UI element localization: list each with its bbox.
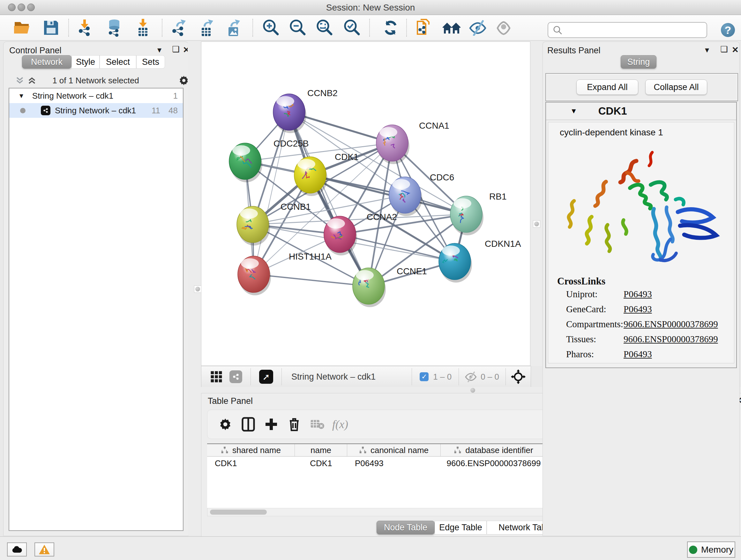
import-network-database-button[interactable] — [104, 18, 125, 37]
zoom-fit-button[interactable] — [314, 18, 334, 37]
network-node-label: CCNB1 — [280, 202, 311, 212]
zoom-in-button[interactable] — [260, 18, 281, 37]
crosslinks-title: CrossLinks — [557, 275, 734, 287]
results-panel-close-icon[interactable]: ✕ — [732, 45, 739, 55]
help-button[interactable]: ? — [721, 23, 735, 37]
network-node-CCNA1[interactable]: CCNA1 — [376, 121, 449, 164]
column-header-canonical-name[interactable]: canonical name — [347, 444, 441, 456]
cloud-button[interactable] — [7, 543, 27, 557]
show-columns-button[interactable] — [237, 413, 260, 435]
open-session-button[interactable] — [12, 18, 32, 37]
export-network-button[interactable] — [169, 18, 189, 37]
column-header-label: canonical name — [370, 445, 428, 455]
export-table-button[interactable] — [197, 18, 217, 37]
column-header-shared-name[interactable]: shared name — [207, 444, 295, 456]
show-hidden-button[interactable] — [493, 18, 514, 37]
clear-table-button[interactable] — [306, 413, 329, 435]
crosslink-label: Pharos: — [566, 349, 623, 360]
sitemap-icon — [454, 447, 461, 454]
crosslink-value[interactable]: 9606.ENSP00000378699 — [623, 334, 734, 345]
search-box[interactable] — [548, 22, 707, 38]
string-results-actions: Expand All Collapse All — [545, 73, 738, 101]
birds-eye-icon[interactable] — [511, 369, 526, 384]
tab-network[interactable]: Network — [22, 55, 71, 69]
home-button[interactable] — [441, 18, 462, 37]
network-edge-HIST1H1A-CCNE1[interactable] — [254, 274, 368, 286]
left-splitter-handle[interactable] — [194, 286, 201, 293]
network-canvas[interactable]: CCNB2CCNA1CDC25BCDK1CDC6RB1CCNB1CCNA2CDK… — [201, 42, 530, 366]
horizontal-splitter-handle[interactable] — [470, 388, 475, 393]
add-column-button[interactable] — [260, 413, 283, 435]
hide-selected-button[interactable] — [468, 18, 488, 37]
crosslink-value[interactable]: P06493 — [623, 289, 734, 300]
zoom-selected-button[interactable] — [341, 18, 362, 37]
tree-expand-icon[interactable]: ▼ — [18, 92, 24, 100]
delete-column-button[interactable] — [283, 413, 306, 435]
search-input[interactable] — [565, 25, 706, 36]
network-node-label: CCNA2 — [367, 212, 397, 222]
table-cell[interactable]: CDK1 — [295, 456, 347, 470]
protein-card-header[interactable]: ▼ CDK1 — [546, 103, 736, 120]
results-panel-float-icon[interactable]: ❏ — [720, 44, 728, 54]
column-header-name[interactable]: name — [295, 444, 347, 456]
network-collection-row[interactable]: ▼ String Network – cdk1 1 — [9, 88, 183, 103]
left-splitter[interactable] — [188, 42, 201, 536]
warning-button[interactable] — [35, 543, 54, 557]
crosslink-value[interactable]: P06493 — [623, 304, 734, 314]
control-panel-collapse-icon[interactable]: ▾ — [157, 45, 161, 55]
right-splitter[interactable] — [530, 42, 542, 366]
crosslink-value[interactable]: P06493 — [623, 349, 734, 360]
network-node-CCNB2[interactable]: CCNB2 — [273, 88, 338, 133]
network-status-dot — [20, 108, 25, 113]
column-header-label: database identifier — [465, 445, 533, 455]
detach-view-icon[interactable]: ➚ — [259, 370, 273, 384]
network-node-CDKN1A[interactable]: CDKN1A — [439, 239, 521, 283]
right-splitter-handle[interactable] — [533, 220, 540, 228]
table-cell[interactable]: 9606.ENSP00000378699 — [441, 456, 547, 470]
refresh-button[interactable] — [381, 18, 401, 37]
network-node-RB1[interactable]: RB1 — [450, 192, 507, 235]
import-string-file-button[interactable] — [414, 18, 434, 37]
import-network-file-button[interactable] — [74, 18, 95, 37]
export-image-button[interactable] — [223, 18, 244, 37]
network-node-label: CDC6 — [430, 172, 454, 182]
table-settings-button[interactable] — [214, 413, 237, 435]
network-row-selected[interactable]: String Network – cdk1 11 48 — [9, 103, 183, 118]
column-header-label: name — [311, 445, 331, 455]
network-node-HIST1H1A[interactable]: HIST1H1A — [238, 252, 332, 295]
results-panel-collapse-icon[interactable]: ▾ — [705, 45, 709, 55]
selected-checkbox-icon[interactable]: ✓ — [420, 372, 428, 381]
network-view-share-icon[interactable] — [229, 370, 242, 383]
save-session-button[interactable] — [41, 18, 61, 37]
collapse-all-button[interactable]: Collapse All — [645, 79, 707, 95]
function-builder-button[interactable]: f(x) — [329, 413, 352, 435]
zoom-out-button[interactable] — [287, 18, 308, 37]
table-cell[interactable]: CDK1 — [207, 456, 295, 470]
table-hscrollbar-thumb[interactable] — [210, 509, 267, 515]
network-node-label: CDKN1A — [485, 239, 521, 249]
warning-icon — [39, 545, 50, 554]
grid-view-icon[interactable] — [210, 371, 222, 383]
refresh-icon — [382, 19, 400, 37]
protein-name: CDK1 — [598, 105, 627, 117]
tab-edge-table[interactable]: Edge Table — [434, 521, 487, 535]
protein-collapse-icon[interactable]: ▼ — [570, 107, 577, 115]
table-cell[interactable]: P06493 — [347, 456, 441, 470]
export-image-icon — [225, 19, 243, 37]
import-table-file-button[interactable] — [133, 18, 153, 37]
crosslink-label: Compartments: — [566, 319, 623, 329]
network-node-CCNE1[interactable]: CCNE1 — [353, 266, 427, 307]
tab-node-table[interactable]: Node Table — [377, 521, 434, 535]
crosslink-value[interactable]: 9606.ENSP00000378699 — [623, 319, 734, 329]
memory-button[interactable]: Memory — [687, 542, 735, 558]
tab-select[interactable]: Select — [99, 55, 136, 69]
netbar-separator — [459, 368, 459, 385]
network-node-CDK1[interactable]: CDK1 — [294, 152, 359, 196]
control-panel-float-icon[interactable]: ❏ — [172, 44, 179, 54]
tab-style[interactable]: Style — [71, 55, 99, 69]
column-header-database-identifier[interactable]: database identifier — [441, 444, 547, 456]
expand-all-button[interactable]: Expand All — [576, 79, 638, 95]
tab-sets[interactable]: Sets — [136, 55, 165, 69]
tab-string[interactable]: String — [621, 55, 657, 69]
network-edge-CCNB2-HIST1H1A[interactable] — [254, 112, 289, 274]
